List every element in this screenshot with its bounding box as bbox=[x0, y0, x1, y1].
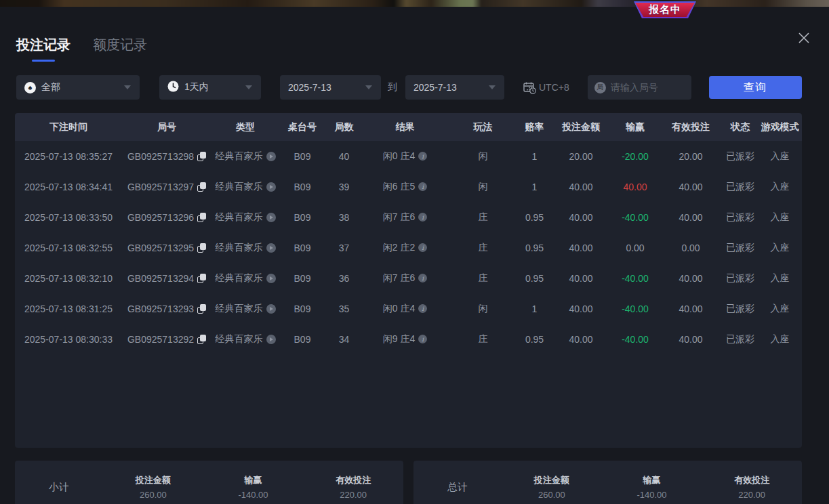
game-no-text: GB0925713295 bbox=[127, 243, 194, 253]
replay-icon[interactable] bbox=[266, 213, 276, 222]
replay-icon[interactable] bbox=[266, 335, 276, 344]
table-row: 2025-07-13 08:35:27 GB0925713298 经典百家乐 B… bbox=[15, 141, 802, 171]
cell-game-mode: 入座 bbox=[758, 333, 802, 345]
result-text: 闲7 庄6 bbox=[383, 211, 415, 224]
info-icon[interactable]: i bbox=[418, 182, 427, 191]
timezone-label: UTC+8 bbox=[539, 82, 569, 93]
total-panel: 总计 投注金额 260.00 输赢 -140.00 有效投注 220.00 bbox=[413, 461, 802, 504]
cell-table-no: B09 bbox=[279, 151, 325, 162]
header-play: 玩法 bbox=[447, 121, 519, 133]
total-winloss-group: 输赢 -140.00 bbox=[602, 474, 702, 500]
table-row: 2025-07-13 08:32:10 GB0925713294 经典百家乐 B… bbox=[15, 263, 802, 293]
total-winloss-value: -140.00 bbox=[602, 490, 702, 500]
date-from-dropdown[interactable]: 2025-7-13 bbox=[280, 75, 381, 100]
copy-icon[interactable] bbox=[197, 335, 206, 344]
header-result: 结果 bbox=[363, 121, 447, 133]
cell-odds: 1 bbox=[519, 303, 550, 314]
copy-icon[interactable] bbox=[197, 213, 206, 222]
subtotal-winloss-label: 输赢 bbox=[203, 474, 304, 486]
subtotal-label: 小计 bbox=[15, 481, 103, 494]
replay-icon[interactable] bbox=[266, 182, 276, 192]
info-icon[interactable]: i bbox=[418, 274, 427, 282]
time-range-dropdown[interactable]: 1天内 bbox=[159, 75, 261, 100]
header-type: 类型 bbox=[211, 121, 279, 133]
result-text: 闲0 庄4 bbox=[383, 150, 415, 163]
cell-round: 34 bbox=[325, 334, 363, 345]
copy-icon[interactable] bbox=[197, 152, 206, 161]
tab-quota-records[interactable]: 额度记录 bbox=[93, 36, 147, 62]
copy-icon[interactable] bbox=[197, 243, 206, 253]
copy-icon[interactable] bbox=[197, 274, 206, 283]
game-type-dropdown[interactable]: ♠ 全部 bbox=[16, 75, 140, 100]
subtotal-valid-group: 有效投注 220.00 bbox=[303, 474, 403, 500]
info-icon[interactable]: i bbox=[418, 213, 427, 222]
cell-status: 已派彩 bbox=[723, 242, 758, 254]
query-button[interactable]: 查询 bbox=[709, 76, 802, 99]
tab-quota-records-label: 额度记录 bbox=[93, 37, 147, 52]
subtotal-valid-label: 有效投注 bbox=[303, 474, 403, 486]
cell-bet-time: 2025-07-13 08:35:27 bbox=[15, 151, 122, 162]
replay-icon[interactable] bbox=[266, 274, 276, 283]
cell-valid-bet: 40.00 bbox=[659, 273, 723, 284]
cell-win-loss: -40.00 bbox=[611, 303, 659, 314]
header-table-no: 桌台号 bbox=[279, 121, 325, 133]
type-text: 经典百家乐 bbox=[216, 211, 263, 224]
cell-valid-bet: 40.00 bbox=[659, 182, 723, 192]
cell-round: 37 bbox=[325, 243, 363, 253]
header-win-loss: 输赢 bbox=[611, 121, 659, 133]
table-row: 2025-07-13 08:33:50 GB0925713296 经典百家乐 B… bbox=[15, 202, 802, 232]
result-text: 闲6 庄5 bbox=[383, 181, 415, 193]
tab-bet-records-label: 投注记录 bbox=[16, 37, 70, 52]
cell-game-no: GB0925713295 bbox=[122, 243, 211, 253]
result-text: 闲0 庄4 bbox=[383, 303, 415, 315]
close-icon[interactable] bbox=[795, 29, 813, 47]
cell-play: 闲 bbox=[447, 181, 519, 193]
info-icon[interactable]: i bbox=[418, 152, 427, 161]
info-icon[interactable]: i bbox=[418, 335, 427, 343]
info-icon[interactable]: i bbox=[418, 304, 427, 313]
game-no-text: GB0925713296 bbox=[127, 212, 194, 223]
cell-type: 经典百家乐 bbox=[211, 242, 279, 254]
copy-icon[interactable] bbox=[197, 304, 206, 314]
cell-game-no: GB0925713294 bbox=[122, 273, 211, 284]
cell-game-no: GB0925713296 bbox=[122, 212, 211, 223]
type-text: 经典百家乐 bbox=[216, 303, 263, 315]
copy-icon[interactable] bbox=[197, 182, 206, 192]
cell-table-no: B09 bbox=[279, 303, 325, 314]
info-icon[interactable]: i bbox=[418, 243, 427, 252]
subtotal-winloss-value: -140.00 bbox=[203, 490, 304, 500]
cell-type: 经典百家乐 bbox=[211, 150, 279, 163]
cell-game-mode: 入座 bbox=[758, 211, 802, 224]
game-number-input[interactable] bbox=[611, 82, 685, 93]
date-to-separator: 到 bbox=[388, 81, 397, 93]
replay-icon[interactable] bbox=[266, 152, 276, 161]
game-no-text: GB0925713292 bbox=[127, 334, 194, 345]
game-no-text: GB0925713293 bbox=[127, 303, 194, 314]
cell-bet-amount: 20.00 bbox=[550, 151, 611, 162]
cell-round: 40 bbox=[325, 151, 363, 162]
total-label: 总计 bbox=[413, 481, 502, 494]
game-type-value: 全部 bbox=[41, 81, 60, 93]
cell-bet-time: 2025-07-13 08:32:10 bbox=[15, 273, 122, 284]
cell-table-no: B09 bbox=[279, 212, 325, 223]
result-text: 闲2 庄2 bbox=[383, 242, 415, 254]
cell-type: 经典百家乐 bbox=[211, 303, 279, 315]
summary-bar: 小计 投注金额 260.00 输赢 -140.00 有效投注 220.00 总计… bbox=[15, 461, 802, 504]
table-header-row: 下注时间 局号 类型 桌台号 局数 结果 玩法 赔率 投注金额 输赢 有效投注 … bbox=[15, 113, 802, 141]
header-game-no: 局号 bbox=[122, 121, 211, 133]
bet-records-modal: 投注记录 额度记录 ♠ 全部 1天内 2025-7-13 到 2025-7-13 bbox=[0, 7, 829, 504]
tab-bet-records[interactable]: 投注记录 bbox=[16, 36, 70, 62]
date-to-dropdown[interactable]: 2025-7-13 bbox=[405, 75, 504, 100]
cell-game-mode: 入座 bbox=[758, 272, 802, 285]
replay-icon[interactable] bbox=[266, 304, 276, 314]
game-no-text: GB0925713298 bbox=[127, 151, 194, 162]
replay-icon[interactable] bbox=[266, 243, 276, 253]
cell-bet-amount: 40.00 bbox=[550, 334, 611, 345]
game-number-search[interactable]: 局 bbox=[588, 75, 691, 100]
cell-game-no: GB0925713298 bbox=[122, 151, 211, 162]
tab-bar: 投注记录 额度记录 bbox=[16, 36, 147, 62]
total-bet-value: 260.00 bbox=[502, 490, 602, 500]
result-text: 闲7 庄6 bbox=[383, 272, 415, 285]
total-bet-label: 投注金额 bbox=[502, 474, 602, 486]
cell-table-no: B09 bbox=[279, 243, 325, 253]
